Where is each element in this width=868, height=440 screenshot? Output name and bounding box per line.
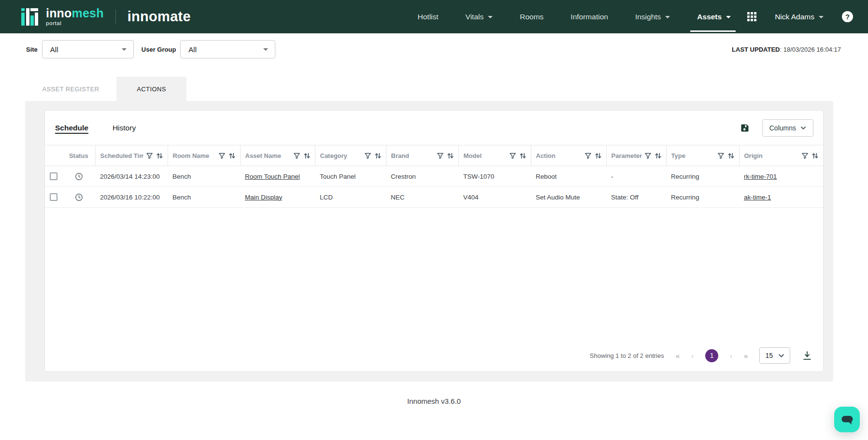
origin-link[interactable]: rk-time-701 — [744, 173, 777, 180]
column-header-model: Model — [458, 145, 531, 166]
chevron-down-icon — [819, 16, 824, 18]
cell-asset-name: Room Touch Panel — [240, 166, 315, 187]
filter-icon[interactable] — [717, 152, 725, 159]
sort-icon[interactable] — [446, 152, 455, 160]
subtab-schedule[interactable]: Schedule — [55, 124, 88, 132]
chevron-down-icon — [263, 48, 268, 51]
user-menu[interactable]: Nick Adams — [775, 13, 824, 21]
logo-subtitle: portal — [46, 21, 104, 27]
cell-room-name: Bench — [168, 187, 240, 208]
user-group-label: User Group — [142, 46, 176, 53]
innomesh-logo-icon — [21, 8, 40, 26]
clock-status-icon — [74, 193, 84, 202]
cell-brand: Crestron — [386, 166, 458, 187]
nav-item-information[interactable]: Information — [570, 0, 608, 33]
filter-icon[interactable] — [801, 152, 809, 159]
nav-item-assets[interactable]: Assets — [697, 0, 731, 33]
cell-origin: ak-time-1 — [739, 187, 823, 208]
save-icon[interactable] — [740, 123, 750, 133]
nav-item-vitals[interactable]: Vitals — [466, 0, 493, 33]
nav-item-insights[interactable]: Insights — [635, 0, 670, 33]
app-header: innomesh portal innomate Hotlist Vitals … — [0, 0, 868, 33]
cell-scheduled-time: 2026/03/16 10:22:00 — [95, 187, 168, 208]
cell-action: Set Audio Mute — [531, 187, 606, 208]
row-checkbox[interactable] — [50, 172, 57, 180]
filter-icon[interactable] — [644, 152, 652, 159]
sort-icon[interactable] — [156, 152, 164, 160]
origin-link[interactable]: ak-time-1 — [744, 194, 771, 201]
content-panel: Schedule History Columns — [25, 101, 833, 382]
table-header-row: Status Scheduled Time Room Name — [45, 145, 823, 166]
filter-icon[interactable] — [509, 152, 516, 159]
last-updated: LAST UPDATED: 18/03/2026 16:04:17 — [732, 46, 841, 53]
asset-name-link[interactable]: Main Display — [245, 194, 282, 201]
apps-grid-icon[interactable] — [747, 12, 756, 21]
sort-icon[interactable] — [811, 152, 819, 160]
cell-scheduled-time: 2026/03/14 14:23:00 — [95, 166, 168, 187]
filter-icon[interactable] — [293, 152, 300, 159]
filter-icon[interactable] — [364, 152, 371, 159]
sort-icon[interactable] — [303, 152, 311, 160]
page-tabs: ASSET REGISTER ACTIONS — [25, 77, 868, 101]
page-size-select[interactable]: 15 — [759, 347, 790, 364]
cell-category: LCD — [315, 187, 386, 208]
cell-model: V404 — [458, 187, 531, 208]
cell-parameters: State: Off — [606, 187, 666, 208]
tab-actions[interactable]: ACTIONS — [116, 77, 186, 101]
filter-icon[interactable] — [584, 152, 592, 159]
chevron-down-icon — [800, 126, 806, 130]
cell-parameters: - — [606, 166, 666, 187]
column-header-asset-name: Asset Name — [240, 145, 315, 166]
cell-type: Recurring — [666, 166, 739, 187]
sort-icon[interactable] — [594, 152, 602, 160]
current-page-button[interactable]: 1 — [705, 349, 718, 362]
filter-icon[interactable] — [437, 152, 444, 159]
header-divider — [115, 10, 116, 24]
sort-icon[interactable] — [374, 152, 382, 160]
site-select[interactable]: All — [42, 40, 134, 58]
sort-icon[interactable] — [228, 152, 236, 160]
chat-bubble-icon — [840, 412, 855, 427]
cell-asset-name: Main Display — [240, 187, 315, 208]
chat-widget-button[interactable] — [834, 407, 860, 432]
last-page-button[interactable]: » — [744, 352, 748, 360]
next-page-button[interactable]: › — [730, 352, 732, 360]
download-icon[interactable] — [802, 350, 812, 361]
first-page-button[interactable]: « — [676, 352, 680, 360]
row-checkbox[interactable] — [50, 193, 57, 201]
column-header-scheduled-time: Scheduled Time — [95, 145, 168, 166]
table-row: 2026/03/16 10:22:00 Bench Main Display L… — [45, 187, 823, 208]
chevron-down-icon — [122, 48, 127, 51]
column-header-type: Type — [666, 145, 739, 166]
logo-wordmark: innomesh — [46, 6, 104, 20]
help-icon[interactable]: ? — [842, 11, 853, 22]
asset-name-link[interactable]: Room Touch Panel — [245, 173, 300, 180]
nav-item-rooms[interactable]: Rooms — [520, 0, 543, 33]
schedule-table: Status Scheduled Time Room Name — [45, 145, 823, 208]
last-updated-value: 18/03/2026 16:04:17 — [783, 46, 841, 53]
column-header-select — [45, 145, 62, 166]
column-header-room-name: Room Name — [168, 145, 240, 166]
pagination: Showing 1 to 2 of 2 entries « ‹ 1 › » 15 — [45, 347, 823, 371]
site-label: Site — [26, 46, 38, 53]
chevron-down-icon — [665, 16, 670, 18]
tab-asset-register[interactable]: ASSET REGISTER — [25, 77, 116, 101]
cell-brand: NEC — [386, 187, 458, 208]
column-header-action: Action — [531, 145, 606, 166]
filter-icon[interactable] — [146, 152, 153, 159]
filter-icon[interactable] — [218, 152, 226, 159]
nav-item-hotlist[interactable]: Hotlist — [418, 0, 439, 33]
columns-button[interactable]: Columns — [762, 119, 813, 137]
sort-icon[interactable] — [519, 152, 527, 160]
subtab-history[interactable]: History — [113, 124, 136, 132]
page-size-value: 15 — [765, 352, 773, 359]
user-name: Nick Adams — [775, 13, 814, 21]
chevron-down-icon — [726, 16, 731, 18]
sort-icon[interactable] — [654, 152, 662, 160]
chevron-down-icon — [488, 16, 493, 18]
product-name: innomate — [128, 9, 191, 25]
previous-page-button[interactable]: ‹ — [691, 352, 694, 360]
sort-icon[interactable] — [727, 152, 735, 160]
actions-card: Schedule History Columns — [44, 110, 824, 372]
user-group-select[interactable]: All — [180, 40, 275, 58]
